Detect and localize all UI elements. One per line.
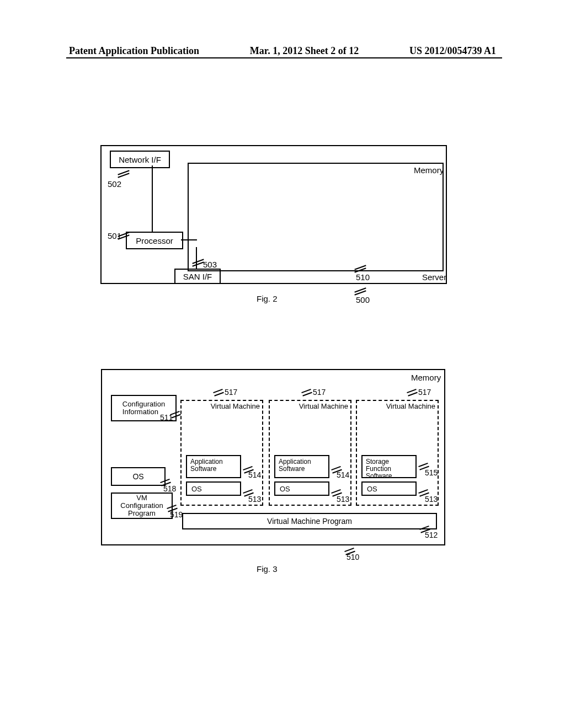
- fig3-vm3-storage: Storage Function Software: [361, 455, 417, 478]
- fig3-vm2-app: Application Software: [274, 455, 329, 478]
- fig3-ref-514-b: 514: [337, 470, 349, 479]
- fig2-memory-label: Memory: [414, 165, 444, 175]
- fig2-ref-503: 503: [203, 260, 217, 269]
- fig3-vm1-app: Application Software: [186, 455, 241, 478]
- fig2-network-if: Network I/F: [110, 151, 170, 168]
- fig3-memory-label: Memory: [411, 373, 441, 382]
- header-left: Patent Application Publication: [69, 45, 199, 57]
- fig3-vm3-label: Virtual Machine: [386, 402, 435, 410]
- header-mid: Mar. 1, 2012 Sheet 2 of 12: [250, 45, 359, 57]
- fig3-ref-519: 519: [170, 510, 183, 519]
- fig3-vm3-os: OS: [361, 481, 417, 496]
- fig3-ref-513-b: 513: [337, 495, 349, 504]
- fig3-vm1-os: OS: [186, 481, 241, 496]
- header-rule: [66, 57, 502, 58]
- fig2-line-proc-mem: [181, 239, 189, 240]
- fig3-ref-515: 515: [425, 468, 438, 477]
- fig2-ref-500: 500: [356, 295, 370, 304]
- fig3-ref-517-b: 517: [313, 388, 326, 397]
- fig2-line-proc-san-v: [196, 247, 197, 269]
- fig3-vm2-os: OS: [274, 481, 329, 496]
- header-right: US 2012/0054739 A1: [409, 45, 496, 57]
- fig3-vm2-label: Virtual Machine: [299, 402, 348, 410]
- fig3-vm-program: Virtual Machine Program: [182, 513, 437, 529]
- fig3-vm1-label: Virtual Machine: [211, 402, 260, 410]
- fig2-ref-502: 502: [108, 179, 121, 189]
- fig2-processor: Processor: [126, 232, 183, 249]
- fig3-ref-512: 512: [425, 531, 438, 539]
- fig2-ref-510: 510: [356, 272, 370, 282]
- fig2-server-label: Server: [422, 272, 446, 282]
- fig3-ref-517-c: 517: [418, 388, 431, 397]
- fig3-vm-config-program: VM Configuration Program: [111, 493, 173, 519]
- fig3-caption: Fig. 3: [257, 564, 278, 574]
- fig3-ref-517-a: 517: [225, 388, 237, 397]
- fig2-line-proc-net: [152, 165, 153, 232]
- fig3-ref-518: 518: [163, 484, 176, 493]
- fig2-san-if: SAN I/F: [174, 269, 221, 284]
- fig2-memory-box: [188, 163, 444, 271]
- leader-510b: [344, 548, 354, 552]
- page-header: Patent Application Publication Mar. 1, 2…: [0, 45, 565, 57]
- fig3-ref-513-a: 513: [248, 495, 261, 504]
- fig3-ref-513-c: 513: [425, 495, 438, 504]
- fig3-ref-514-a: 514: [248, 470, 261, 479]
- fig3-os-host: OS: [111, 467, 166, 486]
- fig2-caption: Fig. 2: [257, 294, 278, 303]
